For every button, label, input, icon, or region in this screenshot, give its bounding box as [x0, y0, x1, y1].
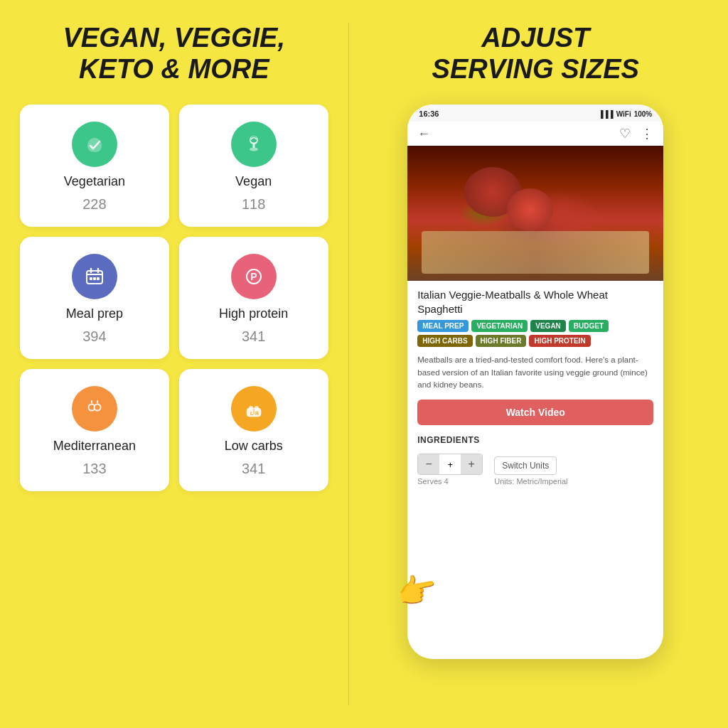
svg-rect-10: [97, 277, 100, 280]
svg-point-14: [89, 405, 94, 410]
tags-container: MEAL PREP VEGETARIAN VEGAN BUDGET HIGH C…: [407, 320, 663, 351]
right-title: ADJUSTSERVING SIZES: [432, 23, 639, 85]
left-title: VEGAN, VEGGIE,KETO & MORE: [63, 23, 286, 85]
tag-meal-prep: MEAL PREP: [417, 320, 469, 332]
svg-text:L: L: [250, 411, 254, 416]
tag-high-fiber: HIGH FIBER: [476, 335, 527, 347]
units-section: Switch Units Units: Metric/Imperial: [494, 456, 567, 486]
quantity-control[interactable]: − + +: [417, 454, 483, 475]
status-time: 16:36: [419, 109, 439, 118]
recipe-title: Italian Veggie-Meatballs & Whole Wheat S…: [407, 281, 663, 320]
meal-prep-card[interactable]: Meal prep 394: [20, 237, 169, 359]
vegan-card[interactable]: Vegan 118: [179, 105, 328, 227]
mediterranean-card[interactable]: Mediterranean 133: [20, 369, 169, 491]
left-panel: VEGAN, VEGGIE,KETO & MORE Vegetarian 228: [0, 0, 348, 728]
low-carbs-count: 341: [242, 461, 265, 477]
low-carbs-card[interactable]: L R Low carbs 341: [179, 369, 328, 491]
low-carbs-label: Low carbs: [225, 439, 283, 454]
svg-rect-21: [249, 406, 253, 410]
wifi-icon: WiFi: [616, 110, 631, 118]
switch-units-button[interactable]: Switch Units: [494, 456, 557, 475]
ingredients-header: INGREDIENTS: [407, 431, 663, 451]
pointing-arrow: 👉: [394, 568, 441, 613]
battery-icon: 100%: [634, 110, 653, 118]
pasta-base: [422, 231, 649, 274]
phone-header: ← ♡ ⋮: [407, 122, 663, 146]
meal-prep-count: 394: [82, 328, 106, 345]
tag-vegan: VEGAN: [530, 320, 566, 332]
units-label: Units: Metric/Imperial: [494, 477, 567, 486]
right-panel: ADJUSTSERVING SIZES 16:36 ▐▐▐ WiFi 100% …: [349, 0, 728, 728]
tag-high-carbs: HIGH CARBS: [417, 335, 472, 347]
vegetarian-count: 228: [82, 196, 106, 213]
tag-vegetarian: VEGETARIAN: [471, 320, 528, 332]
svg-rect-2: [252, 144, 255, 148]
food-image: [407, 146, 663, 281]
serves-label: Serves 4: [417, 477, 448, 486]
low-carbs-icon: L R: [231, 386, 277, 432]
high-protein-count: 341: [242, 328, 265, 345]
signal-icon: ▐▐▐: [598, 110, 613, 118]
meal-prep-icon: [72, 254, 117, 299]
meal-prep-label: Meal prep: [66, 306, 123, 321]
more-icon[interactable]: ⋮: [641, 126, 653, 141]
high-protein-card[interactable]: P High protein 341: [179, 237, 328, 359]
high-protein-icon: P: [231, 254, 277, 299]
svg-text:P: P: [250, 271, 257, 282]
mediterranean-label: Mediterranean: [53, 439, 136, 454]
svg-rect-9: [93, 277, 96, 280]
favorite-icon[interactable]: ♡: [619, 126, 631, 141]
status-bar: 16:36 ▐▐▐ WiFi 100%: [407, 105, 663, 122]
tag-high-protein: HIGH PROTEIN: [529, 335, 590, 347]
header-actions: ♡ ⋮: [619, 126, 653, 141]
watch-video-button[interactable]: Watch Video: [417, 400, 653, 425]
vegetarian-card[interactable]: Vegetarian 228: [20, 105, 169, 227]
phone-container: 16:36 ▐▐▐ WiFi 100% ← ♡ ⋮: [407, 105, 663, 659]
vegetarian-label: Vegetarian: [64, 174, 125, 189]
vegetarian-icon: [72, 122, 117, 167]
serving-controls: − + + Serves 4 Switch Units Units: Metri…: [407, 451, 663, 491]
svg-rect-22: [255, 406, 259, 410]
high-protein-label: High protein: [219, 306, 288, 321]
svg-point-16: [95, 405, 100, 410]
categories-grid: Vegetarian 228 Vegan 118: [20, 105, 328, 491]
status-icons: ▐▐▐ WiFi 100%: [598, 110, 652, 118]
tag-budget: BUDGET: [569, 320, 609, 332]
mediterranean-icon: [72, 386, 117, 432]
increase-button[interactable]: +: [461, 454, 482, 474]
back-icon[interactable]: ←: [417, 127, 430, 141]
vegan-label: Vegan: [235, 174, 272, 189]
vegan-count: 118: [242, 196, 265, 213]
svg-text:R: R: [255, 411, 259, 416]
svg-rect-8: [90, 277, 92, 280]
vegan-icon: [231, 122, 277, 167]
quantity-value: +: [439, 454, 461, 474]
phone-mockup: 16:36 ▐▐▐ WiFi 100% ← ♡ ⋮: [407, 105, 663, 659]
quantity-section: − + + Serves 4: [417, 454, 483, 486]
decrease-button[interactable]: −: [418, 454, 439, 474]
svg-point-3: [250, 148, 258, 151]
mediterranean-count: 133: [82, 461, 106, 477]
recipe-description: Meatballs are a tried-and-tested comfort…: [407, 351, 663, 397]
